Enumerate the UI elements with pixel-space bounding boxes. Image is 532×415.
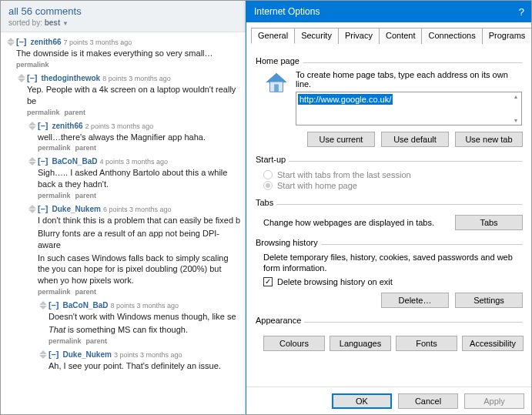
titlebar[interactable]: Internet Options ? [246, 1, 532, 22]
ok-button[interactable]: OK [332, 393, 392, 409]
homepage-group: Home page To create home page tabs, type… [256, 56, 523, 147]
homepage-url-textarea[interactable]: http://www.google.co.uk/ ▴ ▾ [296, 92, 522, 126]
tab-general[interactable]: General [251, 28, 295, 44]
link-parent[interactable]: parent [65, 109, 86, 116]
cancel-button[interactable]: Cancel [398, 393, 458, 409]
comment-text: well…there's always the Magnifier app ha… [38, 132, 241, 143]
startup-label-tabs: Start with tabs from the last session [277, 170, 411, 179]
tab-strip: GeneralSecurityPrivacyContentConnections… [251, 27, 527, 44]
startup-label-home: Start with home page [277, 181, 357, 190]
link-parent[interactable]: parent [86, 337, 108, 345]
tab-content[interactable]: Content [379, 28, 423, 44]
collapse-toggle[interactable]: [–] [49, 300, 59, 310]
startup-radio-tabs[interactable] [263, 170, 273, 179]
scroll-down-icon[interactable]: ▾ [511, 117, 520, 124]
fonts-button[interactable]: Fonts [396, 336, 457, 351]
link-permalink[interactable]: permalink [49, 337, 82, 345]
downvote-icon[interactable] [28, 126, 36, 130]
downvote-icon[interactable] [7, 42, 15, 46]
link-permalink[interactable]: permalink [38, 192, 71, 199]
comment-author[interactable]: BaCoN_BaD [52, 157, 98, 166]
comment-links: permalinkparent [38, 288, 241, 296]
comment-meta: 8 points 3 months ago [102, 75, 171, 82]
tab-security[interactable]: Security [294, 28, 339, 44]
upvote-icon[interactable] [18, 74, 25, 78]
delete-on-exit-label: Delete browsing history on exit [277, 277, 393, 286]
upvote-icon[interactable] [28, 122, 36, 126]
comment-body: [–] thedoginthewok 8 points 3 months ago… [27, 73, 241, 116]
scroll-up-icon[interactable]: ▴ [511, 93, 520, 100]
history-group: Browsing history Delete temporary files,… [256, 238, 523, 308]
downvote-icon[interactable] [18, 79, 25, 82]
accessibility-button[interactable]: Accessibility [462, 336, 524, 351]
link-permalink[interactable]: permalink [38, 144, 71, 152]
comment-author[interactable]: thedoginthewok [42, 74, 101, 82]
tab-connections[interactable]: Connections [421, 28, 482, 44]
link-parent[interactable]: parent [75, 288, 97, 296]
home-icon [263, 70, 289, 96]
downvote-icon[interactable] [28, 162, 36, 166]
tabs-description: Change how webpages are displayed in tab… [263, 218, 434, 227]
comment-author[interactable]: zenith66 [52, 122, 83, 130]
collapse-toggle[interactable]: [–] [16, 37, 26, 46]
colours-button[interactable]: Colours [263, 336, 325, 351]
collapse-toggle[interactable]: [–] [38, 204, 48, 213]
history-legend: Browsing history [256, 238, 321, 247]
comment-author[interactable]: BaCoN_BaD [63, 301, 109, 310]
delete-on-exit-checkbox[interactable]: ✓ [263, 277, 273, 286]
link-parent[interactable]: parent [75, 192, 97, 199]
comment-text: In such cases Windows falls back to simp… [38, 253, 241, 287]
upvote-icon[interactable] [7, 38, 15, 42]
downvote-icon[interactable] [39, 306, 47, 310]
upvote-icon[interactable] [28, 205, 36, 209]
collapse-toggle[interactable]: [–] [27, 73, 37, 82]
comment-thread: all 56 comments sorted by: best ▼ [–] ze… [1, 1, 247, 415]
textarea-scrollbar[interactable]: ▴ ▾ [511, 93, 520, 124]
tabs-group: Tabs Change how webpages are displayed i… [256, 198, 523, 230]
comment-body: [–] BaCoN_BaD 4 points 3 months agoSigh…… [38, 156, 241, 199]
use-default-button[interactable]: Use default [381, 132, 449, 147]
startup-radio-home[interactable] [263, 181, 273, 190]
link-permalink[interactable]: permalink [38, 288, 71, 296]
svg-marker-2 [266, 73, 286, 82]
link-permalink[interactable]: permalink [27, 109, 60, 116]
apply-button: Apply [464, 393, 524, 409]
startup-group: Start-up Start with tabs from the last s… [256, 155, 523, 190]
comment-author[interactable]: zenith66 [31, 38, 62, 46]
languages-button[interactable]: Languages [330, 336, 391, 351]
upvote-icon[interactable] [28, 157, 36, 161]
settings-button[interactable]: Settings [455, 293, 523, 308]
dialog-footer: OK Cancel Apply [246, 387, 532, 415]
tab-privacy[interactable]: Privacy [338, 28, 380, 44]
comment-body: [–] zenith66 7 points 3 months agoThe do… [16, 37, 241, 69]
comment-text: Blurry fonts are a result of an app not … [38, 228, 241, 251]
comment-body: [–] Duke_Nukem 3 points 3 months agoAh, … [49, 350, 241, 373]
comment: [–] zenith66 2 points 3 months agowell…t… [28, 121, 244, 152]
comment-links: permalinkparent [27, 109, 241, 116]
comment: [–] BaCoN_BaD 4 points 3 months agoSigh…… [28, 156, 244, 199]
downvote-icon[interactable] [39, 355, 47, 359]
use-current-button[interactable]: Use current [307, 132, 375, 147]
link-permalink[interactable]: permalink [16, 61, 49, 69]
comment-author[interactable]: Duke_Nukem [52, 205, 101, 213]
tabs-button[interactable]: Tabs [455, 215, 523, 230]
comment-author[interactable]: Duke_Nukem [63, 350, 112, 359]
delete-button[interactable]: Delete… [381, 293, 449, 308]
collapse-toggle[interactable]: [–] [38, 156, 48, 166]
comment-meta: 2 points 3 months ago [85, 122, 154, 130]
homepage-legend: Home page [256, 56, 303, 65]
help-icon[interactable]: ? [519, 6, 524, 18]
upvote-icon[interactable] [39, 350, 47, 354]
comment-meta: 4 points 3 months ago [99, 158, 168, 166]
comment-links: permalinkparent [38, 192, 241, 199]
link-parent[interactable]: parent [75, 144, 97, 152]
collapse-toggle[interactable]: [–] [38, 121, 48, 130]
tab-programs[interactable]: Programs [482, 28, 532, 44]
sort-row[interactable]: sorted by: best ▼ [8, 18, 239, 27]
upvote-icon[interactable] [39, 301, 47, 305]
use-new-tab-button[interactable]: Use new tab [455, 132, 523, 147]
downvote-icon[interactable] [28, 209, 36, 213]
collapse-toggle[interactable]: [–] [49, 350, 59, 359]
comment-text: Doesn't work with Windows menus though, … [49, 311, 241, 323]
comment: [–] BaCoN_BaD 8 points 3 months agoDoesn… [39, 300, 244, 345]
